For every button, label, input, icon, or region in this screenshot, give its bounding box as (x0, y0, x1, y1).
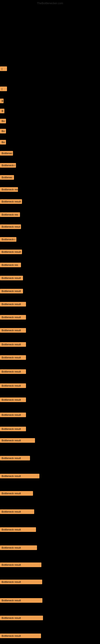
bottleneck-result-item: Bottleneck result (0, 616, 43, 620)
bottleneck-result-item: Bottleneck result (0, 598, 42, 603)
bottleneck-result-item: Bottleneck res (0, 263, 21, 267)
bottleneck-result-item: Bottleneck result (0, 250, 22, 254)
bottleneck-result-item: Bo (0, 119, 6, 123)
bottleneck-result-item: | (0, 66, 7, 71)
bottleneck-result-item: Bottleneck res (0, 212, 20, 217)
bottleneck-result-item: Bottlenec (0, 175, 14, 180)
bottleneck-result-item: Bo (0, 140, 6, 144)
bottleneck-result-item: Bottleneck result (0, 199, 22, 204)
bottleneck-result-item: Bottleneck result (0, 289, 23, 294)
bottleneck-result-item: B (0, 109, 4, 113)
bottleneck-result-item: Bottleneck result (0, 546, 37, 550)
bottleneck-result-item: Bottleneck result (0, 427, 26, 431)
bottleneck-result-item: Bottleneck result (0, 398, 26, 402)
bottleneck-result-item: Bottleneck result (0, 509, 34, 514)
bottleneck-result-item: Bottleneck res (0, 187, 18, 192)
bottleneck-result-item: Bottleneck result (0, 580, 42, 584)
bottleneck-result-item: Bottleneck result (0, 527, 36, 532)
bottleneck-result-item: Bottleneck result (0, 276, 23, 280)
bottleneck-result-item: Bottleneck result (0, 342, 26, 347)
bottleneck-result-item: Bottleneck r (0, 237, 16, 242)
bottleneck-result-item: Bottleneck result (0, 634, 41, 638)
bottleneck-result-item: Bottleneck result (0, 491, 33, 496)
bottleneck-result-item: Bottleneck result (0, 369, 26, 374)
bottleneck-result-item: B (0, 98, 3, 103)
bottleneck-result-item: Bo (0, 129, 6, 134)
bottleneck-result-item: Bottleneck result (0, 412, 26, 417)
bottleneck-result-item: Bottlenec (0, 151, 13, 156)
bottleneck-result-item: Bottleneck result (0, 315, 26, 320)
bottleneck-result-item: Bottleneck result (0, 384, 26, 388)
bottleneck-result-item: | (0, 86, 7, 91)
bottleneck-result-item: Bottleneck resul (0, 224, 21, 229)
bottleneck-result-item: Bottleneck result (0, 438, 35, 443)
bottleneck-result-item: Bottleneck r (0, 163, 16, 168)
site-title: TheBottlenecker.com (37, 2, 63, 5)
bottleneck-result-item: Bottleneck result (0, 474, 39, 478)
bottleneck-result-item: Bottleneck result (0, 562, 41, 567)
bottleneck-result-item: Bottleneck result (0, 328, 26, 333)
bottleneck-result-item: Bottleneck result (0, 456, 30, 460)
bottleneck-result-item: Bottleneck result (0, 355, 26, 360)
bottleneck-result-item: Bottleneck result (0, 302, 26, 306)
